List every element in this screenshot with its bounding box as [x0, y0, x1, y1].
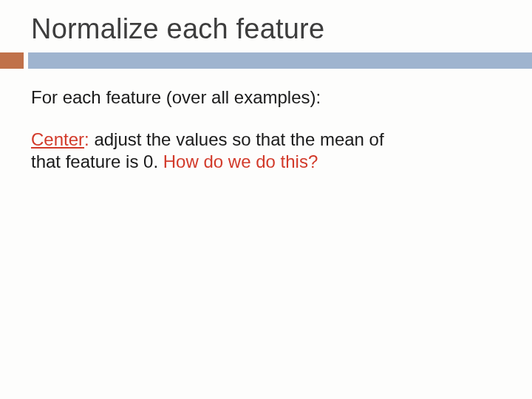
title-divider — [0, 52, 532, 69]
slide-body: For each feature (over all examples): Ce… — [0, 69, 532, 172]
divider-main — [28, 52, 532, 69]
center-body-line2: that feature is 0. — [31, 151, 163, 171]
slide: Normalize each feature For each feature … — [0, 0, 532, 399]
center-label: Center — [31, 129, 84, 149]
center-body-line1: adjust the values so that the mean of — [89, 129, 384, 149]
slide-title: Normalize each feature — [0, 0, 532, 52]
divider-accent — [0, 52, 24, 69]
center-question: How do we do this? — [163, 151, 318, 171]
center-paragraph: Center: adjust the values so that the me… — [31, 129, 488, 150]
intro-text: For each feature (over all examples): — [31, 86, 488, 108]
center-colon: : — [84, 129, 89, 149]
center-paragraph-line2: that feature is 0. How do we do this? — [31, 151, 488, 172]
